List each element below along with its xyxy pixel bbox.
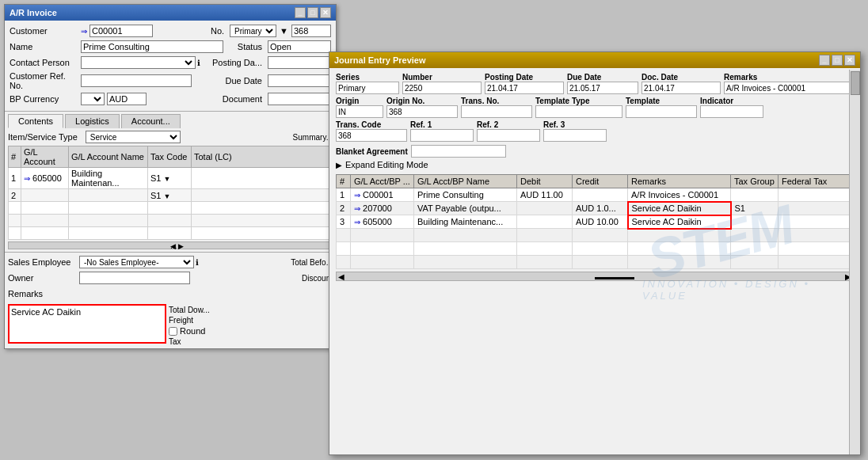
table-row [9,227,333,240]
row2-name [69,189,148,202]
row1-account: ⇒ 605000 [21,168,69,189]
je-row4-federal [779,229,854,242]
minimize-button[interactable]: _ [295,7,306,18]
status-label: Status [238,42,262,51]
je-row6-credit [573,256,628,269]
customer-arrow-icon: ⇒ [81,27,87,36]
item-service-row: Item/Service Type Service Summary... [8,131,333,143]
indicator-col: Indicator [700,97,763,118]
col-tax-code: Tax Code [148,146,192,168]
je-row6-name [414,256,517,269]
je-row3-federal [779,215,854,229]
maximize-button[interactable]: □ [307,7,318,18]
je-row2-federal [779,202,854,215]
je-row5-taxgroup [731,242,779,256]
je-row2-debit [517,202,573,215]
contact-row: Contact Person ℹ Posting Da... [10,55,331,70]
name-input[interactable] [81,40,223,53]
je-table-container[interactable]: # G/L Acct/BP ... G/L Acct/BP Name Debit… [336,174,854,269]
posting-input[interactable] [268,56,331,69]
je-row2-acct: ⇒ 207000 [351,202,414,215]
je-scroll-thumb [851,71,860,95]
number-col: Number 2250 [402,73,482,94]
trans-no-value [461,105,532,118]
posting-date-value: 21.04.17 [485,82,564,94]
item-service-dropdown[interactable]: Service [86,131,181,143]
je-maximize-button[interactable]: □ [832,55,843,66]
je-row1-acct: ⇒ C00001 [351,188,414,202]
je-row3-arrow-icon: ⇒ [354,218,360,226]
remarks-box[interactable]: Service AC Daikin [8,304,166,344]
freight-label: Freight [169,316,210,325]
je-row6-federal [779,256,854,269]
blanket-label: Blanket Agreement [336,147,408,156]
document-input[interactable] [268,93,331,105]
je-row6-acct [351,256,414,269]
row2-num: 2 [9,189,21,202]
item-service-label: Item/Service Type [8,132,78,142]
je-row4-credit [573,229,628,242]
no-input[interactable] [291,25,331,37]
horizontal-scrollbar[interactable]: ◀ ▶ [8,241,333,249]
trans-no-col: Trans. No. [461,97,532,118]
sales-emp-dropdown[interactable]: -No Sales Employee- [79,256,194,268]
ref2-value [477,129,540,142]
row5-num [9,227,21,240]
je-row6-num [337,256,351,269]
tab-contents[interactable]: Contents [8,114,63,128]
je-row-2: 2 ⇒ 207000 VAT Payable (outpu... AUD 1.0… [337,202,854,215]
je-row2-arrow-icon: ⇒ [354,204,360,213]
je-vertical-scrollbar[interactable] [849,70,860,454]
posting-label: Posting Da... [212,58,262,67]
expand-label[interactable]: Expand Editing Mode [345,160,428,169]
row3-num [9,202,21,215]
contents-area: Item/Service Type Service Summary... # G… [5,128,336,252]
je-row4-taxgroup [731,229,779,242]
je-row-5 [337,242,854,256]
doc-date-col: Doc. Date 21.04.17 [641,73,721,94]
je-close-button[interactable]: ✕ [844,55,855,66]
close-button[interactable]: ✕ [320,7,331,18]
row2-account [21,189,69,202]
duedate-label: Due Date [226,76,262,86]
je-row3-acct: ⇒ 605000 [351,215,414,229]
je-row-3: 3 ⇒ 605000 Building Maintenanc... AUD 10… [337,215,854,229]
round-checkbox[interactable] [169,327,177,336]
ref2-col: Ref. 2 [477,120,540,142]
owner-label: Owner [8,273,79,283]
currency-input[interactable] [107,93,147,105]
col-gl-name: G/L Account Name [69,146,148,168]
no-type-dropdown[interactable]: Primary [230,25,276,37]
customer-row: Customer ⇒ No. Primary ▼ [10,24,331,38]
ref1-value [410,129,474,142]
currency-row: BP Currency Document [10,92,331,106]
dropdown-arrow-icon: ▼ [280,26,288,36]
currency-dropdown[interactable] [81,93,105,105]
posting-date-label: Posting Date [485,73,564,82]
tab-logistics[interactable]: Logistics [65,114,120,128]
expand-row: ▶ Expand Editing Mode [336,160,854,169]
contact-dropdown[interactable] [81,56,196,69]
scroll-indicator: ◀ ▶ [170,242,184,250]
je-entries-table: # G/L Acct/BP ... G/L Acct/BP Name Debit… [336,174,854,269]
row5-account [21,227,69,240]
row1-num: 1 [9,168,21,189]
je-row4-num [337,229,351,242]
je-bottom-scrollbar[interactable]: ◀ ▬▬▬▬▬ ▶ [336,272,854,281]
series-label: Series [336,73,399,82]
ref-input[interactable] [81,74,192,87]
summary-label: Summary... [293,133,333,142]
customer-input[interactable] [89,25,153,37]
duedate-input[interactable] [268,74,331,87]
tab-accounting[interactable]: Account... [121,114,181,128]
remarks-section: Remarks Service AC Daikin Total Dow... F… [8,287,333,346]
je-minimize-button[interactable]: _ [819,55,830,66]
je-row6-taxgroup [731,256,779,269]
total-down-label: Total Dow... [169,306,210,314]
expand-arrow-icon[interactable]: ▶ [336,161,342,169]
status-input[interactable] [268,40,331,53]
owner-input[interactable] [79,272,190,284]
no-label: No. [211,26,224,36]
contact-label: Contact Person [10,58,81,67]
origin-value: IN [336,105,383,118]
